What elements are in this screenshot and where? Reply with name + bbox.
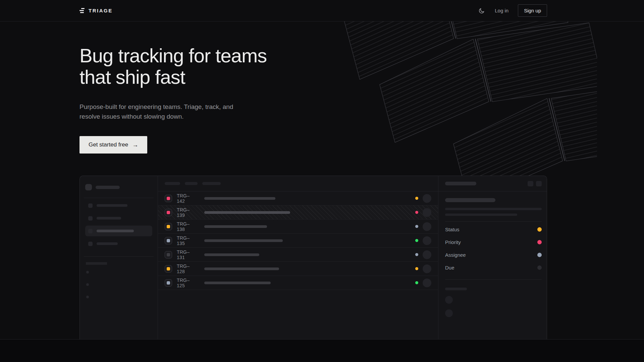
issue-type-icon: [165, 195, 172, 202]
issue-type-icon: [165, 223, 172, 230]
field-value-dot: [537, 265, 542, 270]
issue-row: TRG–139: [158, 205, 438, 220]
panel-field-row: Status: [445, 223, 542, 236]
status-dot: [415, 281, 418, 284]
moon-icon: [479, 8, 485, 14]
workspace-avatar: [85, 184, 92, 190]
activity-label-skeleton: [445, 288, 467, 290]
bullet-dot: [86, 296, 89, 298]
issue-type-icon: [165, 251, 172, 258]
comment-avatar-skeleton: [445, 309, 453, 317]
issue-type-icon-fill: [167, 211, 170, 214]
issue-row-meta: [415, 194, 431, 203]
issue-type-icon: [165, 279, 172, 287]
status-dot: [415, 197, 418, 200]
bullet-dot: [86, 271, 89, 274]
avatar-placeholder: [423, 236, 431, 245]
issue-id: TRG–138: [177, 221, 198, 232]
issue-list-column: TRG–142 TRG–139 TRG–138 TRG–135: [158, 176, 438, 340]
detail-panel-header: [438, 176, 547, 191]
status-dot: [415, 267, 418, 270]
login-link[interactable]: Log in: [495, 8, 508, 13]
sidebar-item: [85, 200, 152, 211]
hero-copy: Bug tracking for teams that ship fast Pu…: [79, 45, 644, 154]
issue-title-skeleton: [204, 197, 275, 200]
filter-tab-skeleton: [202, 182, 221, 185]
issue-type-icon-fill: [167, 281, 170, 285]
issue-title-skeleton: [204, 267, 279, 270]
title-line-1: Bug tracking for teams: [79, 45, 644, 66]
panel-header-buttons: [528, 181, 542, 186]
issue-type-icon-fill: [167, 239, 170, 242]
panel-fields: Status Priority Assignee Due: [445, 223, 542, 274]
avatar-placeholder: [423, 194, 431, 203]
issue-title-skeleton: [204, 211, 290, 214]
cta-label: Get started free: [89, 141, 128, 148]
avatar-placeholder: [423, 208, 431, 217]
issue-title-skeleton: [204, 239, 283, 242]
issue-id: TRG–131: [177, 249, 198, 260]
footer: [0, 340, 644, 362]
issue-type-icon-fill: [167, 225, 170, 228]
sidebar-item-icon: [88, 229, 93, 233]
theme-toggle[interactable]: [478, 7, 485, 14]
signup-button[interactable]: Sign up: [518, 4, 547, 17]
sidebar-item-icon: [88, 242, 93, 246]
page-title: Bug tracking for teams that ship fast: [79, 45, 644, 88]
mockup-sidebar: [80, 176, 158, 340]
panel-button-skeleton: [536, 181, 542, 186]
issue-title-skeleton: [204, 282, 271, 284]
workspace-name-skeleton: [96, 186, 120, 189]
description-line-skeleton: [445, 208, 542, 210]
field-label: Due: [445, 265, 454, 270]
sidebar-item-label-skeleton: [97, 217, 121, 220]
field-value-dot: [537, 227, 542, 232]
get-started-button[interactable]: Get started free →: [79, 136, 147, 154]
sidebar-divider: [84, 256, 154, 257]
issue-row-meta: [415, 279, 431, 287]
field-label: Status: [445, 227, 460, 232]
avatar-placeholder: [423, 279, 431, 287]
avatar-placeholder: [423, 264, 431, 273]
issue-type-icon: [165, 265, 172, 273]
issue-title-skeleton: [204, 225, 267, 228]
sidebar-item: [85, 213, 152, 224]
sidebar-item: [85, 238, 152, 249]
issue-id: TRG–128: [177, 263, 198, 274]
issue-row-meta: [415, 236, 431, 245]
issue-title-skeleton: [445, 198, 495, 202]
brand-name: TRIAGE: [89, 8, 113, 13]
issue-row: TRG–135: [158, 234, 438, 248]
triage-logo-icon: [79, 8, 85, 13]
issue-row-meta: [415, 264, 431, 273]
sidebar-list-item: [85, 280, 152, 290]
sidebar-item-label-skeleton: [97, 242, 118, 245]
issue-row-meta: [415, 222, 431, 231]
arrow-right-icon: →: [132, 142, 138, 148]
issue-type-icon: [165, 237, 172, 244]
issue-id: TRG–135: [177, 235, 198, 246]
comment-avatar-skeleton: [445, 296, 453, 304]
sidebar-list-item: [85, 292, 152, 302]
status-dot: [415, 253, 418, 256]
sidebar-item-label-skeleton: [97, 230, 134, 232]
avatar-placeholder: [423, 222, 431, 231]
field-label: Assignee: [445, 252, 466, 258]
panel-divider: [445, 221, 542, 222]
top-nav: TRIAGE Log in Sign up: [0, 0, 644, 21]
sidebar-workspace: [85, 184, 152, 190]
detail-panel-body: Status Priority Assignee Due: [438, 191, 547, 324]
issue-list: TRG–142 TRG–139 TRG–138 TRG–135: [158, 191, 438, 290]
panel-button-skeleton: [528, 181, 533, 186]
panel-field-row: Assignee: [445, 248, 542, 261]
issue-row: TRG–125: [158, 276, 438, 290]
sidebar-item-icon: [88, 203, 93, 208]
filter-tab-skeleton: [165, 182, 180, 185]
sidebar-item-active: [85, 226, 152, 236]
description-line-skeleton: [445, 214, 517, 216]
panel-divider: [445, 279, 542, 280]
issue-type-icon-fill: [167, 267, 170, 270]
brand-logo[interactable]: TRIAGE: [79, 8, 113, 13]
field-value-dot: [537, 253, 542, 257]
app-mockup: TRG–142 TRG–139 TRG–138 TRG–135: [79, 176, 547, 340]
